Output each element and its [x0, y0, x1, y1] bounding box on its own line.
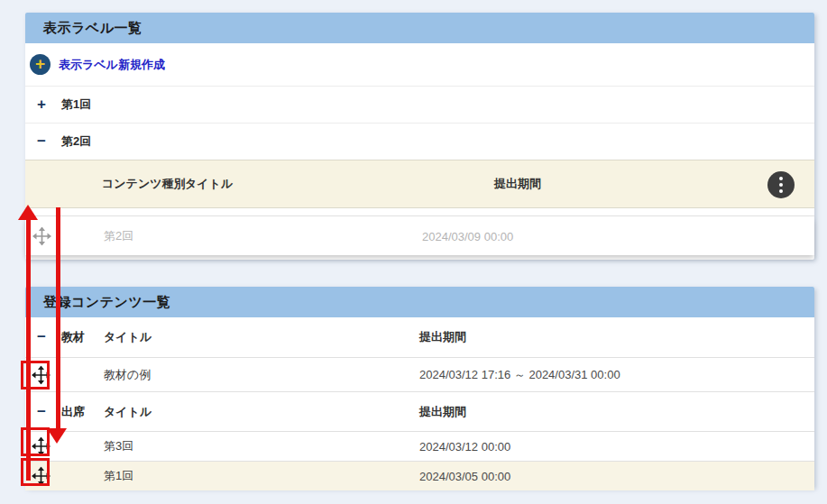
content-group-name: 教材 [61, 329, 85, 345]
move-icon[interactable] [32, 365, 51, 384]
label-group-row-1: + 第1回 [25, 86, 814, 123]
content-row-dai3kai: 第3回 2024/03/12 00:00 [25, 431, 814, 461]
content-group-header-kyozai: − 教材 タイトル 提出期間 [25, 317, 814, 357]
create-label-link[interactable]: + 表示ラベル新規作成 [30, 54, 165, 75]
content-group-header-shusseki: − 出席 タイトル 提出期間 [25, 391, 814, 431]
move-icon[interactable] [32, 226, 51, 245]
ghost-row-period: 2024/03/09 00:00 [422, 229, 513, 243]
content-group-name: 出席 [61, 404, 85, 420]
label-group-row-2: − 第2回 [25, 123, 814, 160]
column-header-period: 提出期間 [419, 329, 466, 345]
column-header-period: 提出期間 [494, 176, 541, 192]
create-label-link-text: 表示ラベル新規作成 [59, 57, 165, 73]
content-row-period: 2024/03/12 00:00 [419, 440, 510, 454]
column-header-period: 提出期間 [419, 404, 466, 420]
collapse-icon[interactable]: − [34, 328, 49, 346]
content-row-dai1kai: 第1回 2024/03/05 00:00 [25, 461, 814, 490]
registered-content-list-panel: 登録コンテンツ一覧 − 教材 タイトル 提出期間 教材の例 2024/03/12… [25, 287, 814, 488]
column-header-content-type: コンテンツ種別 [102, 177, 187, 192]
display-label-list-panel: 表示ラベル一覧 + 表示ラベル新規作成 + 第1回 − 第2回 コンテンツ種別 … [25, 13, 814, 260]
content-row-period: 2024/03/05 00:00 [419, 470, 510, 483]
content-row-title: 第1回 [104, 468, 133, 484]
panel-title-bar: 登録コンテンツ一覧 [25, 287, 814, 317]
content-row-title: 教材の例 [104, 367, 151, 383]
move-icon[interactable] [32, 437, 51, 456]
content-row-kyozai-example: 教材の例 2024/03/12 17:16 ～ 2024/03/31 00:00 [25, 357, 814, 391]
kebab-menu-icon[interactable] [767, 171, 795, 198]
content-row-period: 2024/03/12 17:16 ～ 2024/03/31 00:00 [419, 367, 620, 383]
content-row-title: 第3回 [104, 438, 133, 454]
collapse-icon[interactable]: − [34, 403, 49, 421]
create-label-row: + 表示ラベル新規作成 [25, 43, 814, 86]
expand-icon[interactable]: + [34, 96, 49, 114]
label-group-name: 第2回 [61, 133, 91, 150]
panel-title: 登録コンテンツ一覧 [43, 294, 170, 311]
column-header-title: タイトル [104, 404, 152, 420]
label-group-name: 第1回 [61, 96, 91, 113]
collapse-icon[interactable]: − [34, 133, 49, 151]
drag-ghost-row: 第2回 2024/03/09 00:00 [25, 216, 814, 255]
panel-title-bar: 表示ラベル一覧 [25, 13, 814, 43]
ghost-row-title: 第2回 [104, 228, 133, 244]
plus-circle-icon: + [30, 54, 51, 75]
empty-drop-row [25, 208, 814, 216]
panel-title: 表示ラベル一覧 [43, 20, 142, 37]
move-icon[interactable] [32, 467, 51, 486]
label-table-header: コンテンツ種別 タイトル 提出期間 [25, 160, 814, 208]
column-header-title: タイトル [104, 329, 152, 345]
column-header-title: タイトル [185, 176, 233, 192]
